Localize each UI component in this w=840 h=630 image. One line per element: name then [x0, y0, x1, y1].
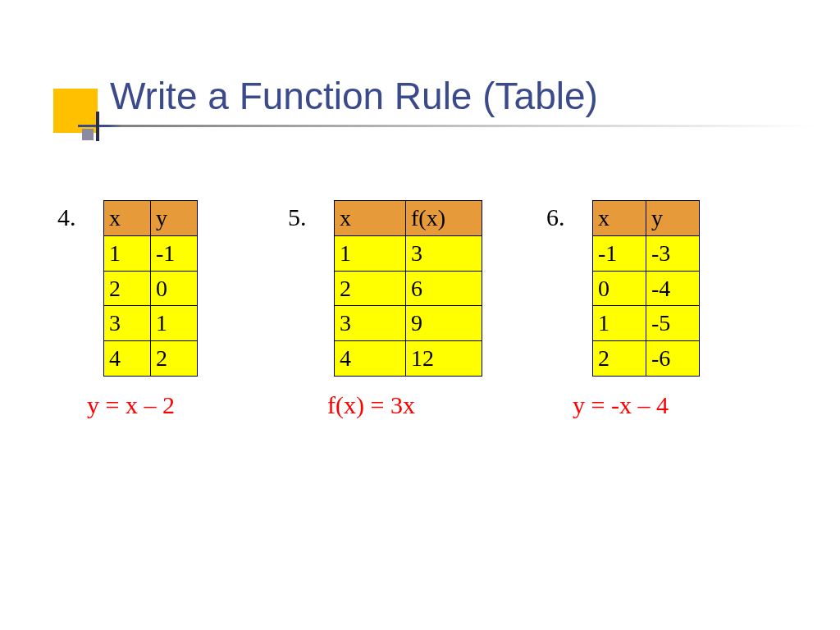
table-row: 1 3: [335, 235, 482, 271]
table-row: 2 -6: [593, 341, 700, 377]
decoration-vertical-tick: [96, 112, 99, 141]
problem-6-row: 6. x y -1 -3 0 -4 1 -5: [546, 200, 700, 377]
cell: 0: [151, 271, 198, 306]
col-header: x: [104, 201, 151, 236]
cell: 1: [593, 306, 646, 341]
cell: 12: [406, 341, 482, 377]
cell: 4: [335, 341, 406, 377]
cell: 6: [406, 271, 482, 306]
cell: 3: [104, 306, 151, 341]
decoration-square-grey: [82, 129, 94, 140]
problem-5-label: 5.: [288, 200, 321, 230]
table-row: 3 9: [335, 306, 482, 341]
problem-6-label: 6.: [546, 200, 579, 230]
cell: -4: [646, 271, 700, 306]
cell: 3: [335, 306, 406, 341]
problem-5-table: x f(x) 1 3 2 6 3 9 4 12: [334, 200, 482, 377]
cell: 2: [151, 341, 198, 377]
table-header-row: x f(x): [335, 201, 482, 236]
col-header: x: [593, 201, 646, 236]
cell: 0: [593, 271, 646, 306]
table-row: 3 1: [104, 306, 198, 341]
cell: 2: [104, 271, 151, 306]
cell: -6: [646, 341, 700, 377]
cell: 3: [406, 235, 482, 271]
table-header-row: x y: [104, 201, 198, 236]
table-row: 1 -1: [104, 235, 198, 271]
cell: 9: [406, 306, 482, 341]
problem-4-row: 4. x y 1 -1 2 0 3 1 4: [57, 200, 198, 377]
table-row: 4 2: [104, 341, 198, 377]
slide-title: Write a Function Rule (Table): [110, 74, 598, 118]
table-row: -1 -3: [593, 235, 700, 271]
problem-6: 6. x y -1 -3 0 -4 1 -5: [546, 200, 700, 419]
cell: 1: [151, 306, 198, 341]
col-header: y: [151, 201, 198, 236]
table-row: 2 0: [104, 271, 198, 306]
cell: -3: [646, 235, 700, 271]
table-row: 0 -4: [593, 271, 700, 306]
content-area: 4. x y 1 -1 2 0 3 1 4: [57, 200, 796, 419]
table-row: 2 6: [335, 271, 482, 306]
problem-6-table: x y -1 -3 0 -4 1 -5 2 -6: [592, 200, 700, 377]
problem-4-label: 4.: [57, 200, 90, 230]
decoration-horizontal-rule: [78, 125, 816, 127]
slide-title-block: Write a Function Rule (Table): [0, 74, 840, 172]
table-header-row: x y: [593, 201, 700, 236]
cell: -1: [593, 235, 646, 271]
problem-4: 4. x y 1 -1 2 0 3 1 4: [57, 200, 198, 419]
cell: -5: [646, 306, 700, 341]
problem-6-answer: y = -x – 4: [573, 391, 669, 419]
problem-5-answer: f(x) = 3x: [327, 391, 415, 419]
cell: 2: [593, 341, 646, 377]
table-row: 1 -5: [593, 306, 700, 341]
cell: -1: [151, 235, 198, 271]
col-header: x: [335, 201, 406, 236]
table-row: 4 12: [335, 341, 482, 377]
col-header: f(x): [406, 201, 482, 236]
problem-4-answer: y = x – 2: [87, 391, 175, 419]
cell: 4: [104, 341, 151, 377]
col-header: y: [646, 201, 700, 236]
cell: 2: [335, 271, 406, 306]
problem-5: 5. x f(x) 1 3 2 6 3 9: [288, 200, 482, 419]
problem-4-table: x y 1 -1 2 0 3 1 4 2: [103, 200, 198, 377]
problem-5-row: 5. x f(x) 1 3 2 6 3 9: [288, 200, 482, 377]
cell: 1: [335, 235, 406, 271]
cell: 1: [104, 235, 151, 271]
